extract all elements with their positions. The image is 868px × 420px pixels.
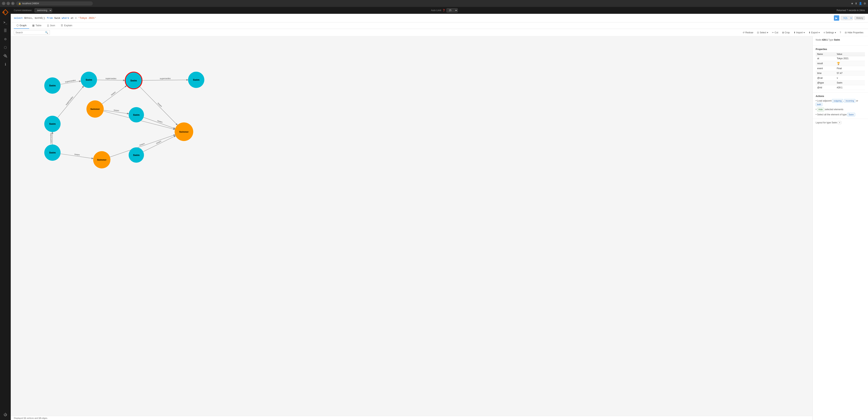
cut-button[interactable]: ✂ Cut	[770, 30, 780, 35]
prop-value: Tokyo 2021	[835, 56, 865, 61]
help-button[interactable]: ?	[838, 30, 843, 35]
sidebar-item-layers[interactable]: ⚙	[2, 35, 9, 43]
graph-node-n11[interactable]: Swim	[129, 147, 144, 163]
graph-node-n3[interactable]: Swim	[125, 72, 143, 89]
prop-value: Final	[835, 66, 865, 71]
crop-label: Crop	[785, 31, 790, 34]
sidebar-item-network[interactable]: ⬡	[2, 44, 9, 51]
query-type-select[interactable]: SQL	[841, 16, 853, 20]
settings-icon: ≡	[824, 31, 825, 34]
prop-name: time	[816, 71, 835, 76]
swim-type-link[interactable]: Swim	[847, 113, 855, 117]
browser-actions: ★⬇👤⚙	[851, 2, 866, 5]
edge-label: supersedes	[65, 79, 76, 83]
prop-name: at	[816, 56, 835, 61]
sidebar-item-power[interactable]: ⏻	[2, 411, 9, 418]
graph-node-n9[interactable]: Swim	[44, 144, 61, 161]
info-icon: ℹ	[5, 62, 6, 66]
sidebar-item-plugin[interactable]: 🔌	[2, 52, 9, 60]
select-button[interactable]: ⊡ Select ▾	[755, 30, 770, 35]
query-table: Swim	[54, 17, 62, 20]
graph-node-n5[interactable]: Swimmer	[87, 100, 104, 118]
edge	[143, 80, 188, 80]
search-input-wrap: 🔍	[14, 30, 50, 35]
forward-button[interactable]: →	[6, 2, 10, 5]
db-label: Current database:	[14, 9, 32, 12]
tab-graph[interactable]: ⬡ Graph	[14, 23, 29, 29]
sidebar-item-terminal[interactable]: ≻_	[2, 19, 9, 26]
sidebar-item-info[interactable]: ℹ	[2, 61, 9, 68]
layout-add-button[interactable]: +	[838, 121, 841, 124]
prop-name: @type	[816, 80, 835, 85]
history-button[interactable]: History	[855, 16, 865, 20]
db-select[interactable]: swimming	[34, 8, 52, 12]
graph-node-n10[interactable]: Swimmer	[93, 151, 111, 168]
address-bar[interactable]: 🔒 localhost:2480/#	[16, 1, 93, 5]
node-type: Swim	[834, 38, 840, 41]
graph-node-n6[interactable]: Swim	[44, 116, 61, 132]
back-button[interactable]: ←	[2, 2, 5, 5]
tab-table[interactable]: ▦ Table	[30, 23, 44, 29]
cut-label: Cut	[775, 31, 778, 34]
tab-json[interactable]: {} Json	[44, 23, 58, 29]
edge	[102, 86, 126, 104]
outgoing-link[interactable]: outgoing	[832, 99, 843, 103]
node-id: #28:1	[822, 38, 828, 41]
database-icon: 🗄	[4, 29, 7, 33]
graph-node-n8[interactable]: Swimmer	[175, 123, 193, 141]
node-info-title: Node #28:1 Type Swim	[816, 38, 865, 41]
settings-chevron-icon: ▾	[835, 31, 836, 34]
hide-props-button[interactable]: ⊟ Hide Properties	[843, 30, 865, 35]
incoming-link[interactable]: incoming	[844, 99, 855, 103]
power-icon: ⏻	[4, 413, 7, 417]
sidebar: A ≻_ 🗄 ⚙ ⬡ 🔌 ℹ ⏻	[0, 7, 11, 420]
edge	[140, 87, 177, 125]
graph-area[interactable]: supersedessupersedessupersedessupersedes…	[11, 36, 812, 420]
help-icon: ?	[840, 31, 841, 34]
cut-icon: ✂	[772, 31, 774, 34]
import-button[interactable]: ⬆ Import ▾	[792, 30, 806, 35]
query-this: $this, bothE()	[24, 17, 47, 20]
export-icon: ⬇	[809, 31, 810, 34]
hide-props-icon: ⊟	[845, 31, 847, 34]
settings-button[interactable]: ≡ Settings ▾	[822, 30, 837, 35]
edge-label: swam	[156, 140, 162, 144]
graph-node-n2[interactable]: Swim	[81, 72, 97, 88]
sidebar-item-database[interactable]: 🗄	[2, 27, 9, 34]
query-text: select $this, bothE() from Swim where at…	[14, 17, 832, 20]
prop-row: atTokyo 2021	[816, 56, 865, 61]
reload-button[interactable]: ↻	[11, 2, 14, 5]
tab-explain[interactable]: ☰ Explain	[58, 23, 75, 29]
auto-limit-select[interactable]: 25 50 100	[446, 8, 458, 12]
both-link[interactable]: both	[816, 103, 823, 106]
returned-info: Returned 7 records in 24ms	[837, 9, 865, 12]
network-icon: ⬡	[4, 45, 7, 50]
terminal-icon: ≻_	[3, 21, 7, 24]
graph-node-n1[interactable]: Swim	[44, 77, 61, 94]
edge	[61, 154, 93, 159]
prop-value: #28:1	[835, 85, 865, 90]
run-query-button[interactable]: ▶	[834, 15, 839, 21]
graph-node-n4[interactable]: Swim	[188, 72, 204, 88]
properties-section: Properties Name Value atTokyo 2021result…	[813, 45, 868, 93]
prop-name: @cat	[816, 76, 835, 80]
actions-list: • Load adjacent outgoing, incoming or bo…	[816, 99, 865, 116]
search-icon: 🔍	[45, 31, 48, 34]
redraw-button[interactable]: ↺ Redraw	[741, 30, 755, 35]
search-input[interactable]	[16, 31, 44, 34]
hide-link[interactable]: Hide	[817, 108, 824, 111]
action-hide: • Hide selected elements	[816, 108, 865, 111]
prop-row: time57.47	[816, 71, 865, 76]
edges-label: edges.	[41, 417, 48, 419]
json-tab-label: Json	[50, 24, 55, 27]
properties-section-title: Properties	[816, 48, 865, 51]
crop-button[interactable]: ⊞ Crop	[781, 30, 791, 35]
graph-toolbar: 🔍 ↺ Redraw ⊡ Select ▾ ✂ Cut ⊞ Crop ⬆	[11, 29, 868, 36]
explain-tab-icon: ☰	[61, 24, 63, 27]
export-button[interactable]: ⬇ Export ▾	[807, 30, 822, 35]
browser-chrome: ← → ↻ 🔒 localhost:2480/# ★⬇👤⚙	[0, 0, 868, 7]
import-icon: ⬆	[794, 31, 796, 34]
prop-value: Swim	[835, 80, 865, 85]
query-keyword-select: select	[14, 17, 23, 20]
graph-node-n7[interactable]: Swim	[129, 107, 144, 123]
